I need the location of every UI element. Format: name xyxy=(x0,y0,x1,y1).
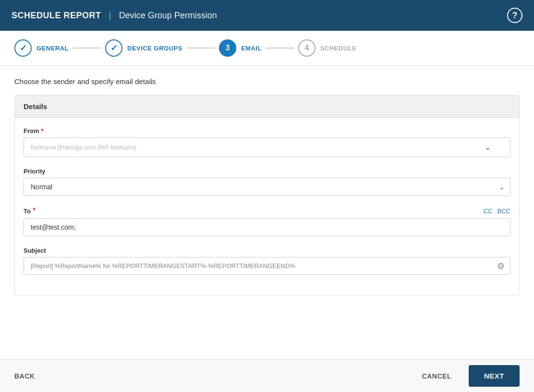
section-description: Choose the sender and specify email deta… xyxy=(14,77,520,86)
details-body: From * fredsaver@netriga.com (NR fredsai… xyxy=(15,118,519,295)
subject-group: Subject ⚙ xyxy=(24,247,510,275)
step-device-groups-circle: ✓ xyxy=(105,39,122,57)
step-general-label: GENERAL xyxy=(36,45,69,52)
to-input[interactable] xyxy=(24,218,510,236)
priority-select-wrapper: Normal Low High ⌄ xyxy=(24,178,510,196)
schedule-report-title: SCHEDULE REPORT xyxy=(12,11,101,21)
details-panel: Details From * fredsaver@netriga.com (NR… xyxy=(14,95,520,295)
step-email-circle: 3 xyxy=(219,39,236,57)
from-value: fredsaver@netriga.com (NR fredsaint) xyxy=(31,144,136,151)
subject-row: ⚙ xyxy=(24,257,510,275)
cancel-button[interactable]: CANCEL xyxy=(413,367,461,386)
priority-label: Priority xyxy=(24,168,510,175)
details-header: Details xyxy=(15,96,519,118)
connector-3 xyxy=(266,48,294,49)
bcc-link[interactable]: BCC xyxy=(498,208,510,215)
footer-right: CANCEL NEXT xyxy=(413,365,520,387)
from-group: From * fredsaver@netriga.com (NR fredsai… xyxy=(24,127,510,157)
step-email[interactable]: 3 EMAIL xyxy=(219,39,262,57)
connector-1 xyxy=(73,48,101,49)
to-label: To xyxy=(24,208,31,215)
to-required: * xyxy=(33,207,36,215)
steps-bar: ✓ GENERAL ✓ DEVICE GROUPS 3 EMAIL 4 SCHE… xyxy=(0,31,534,66)
cc-link[interactable]: CC xyxy=(484,208,493,215)
to-row: To * CC BCC xyxy=(24,207,510,215)
back-button[interactable]: BACK xyxy=(14,372,35,380)
help-icon[interactable]: ? xyxy=(507,8,522,23)
step-email-label: EMAIL xyxy=(241,45,262,52)
from-required: * xyxy=(41,127,44,135)
step-schedule-circle: 4 xyxy=(298,39,316,57)
header-divider: | xyxy=(109,10,111,21)
step-general[interactable]: ✓ GENERAL xyxy=(14,39,69,57)
next-button[interactable]: NEXT xyxy=(469,365,520,387)
step-general-circle: ✓ xyxy=(14,39,32,57)
subject-label: Subject xyxy=(24,247,510,254)
from-chevron-icon: ⌄ xyxy=(485,143,491,152)
from-label: From * xyxy=(24,127,510,135)
step-device-groups[interactable]: ✓ DEVICE GROUPS xyxy=(105,39,182,57)
step-schedule-label: SCHEDULE xyxy=(320,45,357,52)
priority-group: Priority Normal Low High ⌄ xyxy=(24,168,510,196)
cc-bcc-group: CC BCC xyxy=(484,208,510,215)
priority-select[interactable]: Normal Low High xyxy=(24,178,510,196)
step-device-groups-label: DEVICE GROUPS xyxy=(127,45,182,52)
connector-2 xyxy=(186,48,215,49)
settings-icon[interactable]: ⚙ xyxy=(497,261,505,271)
footer: BACK CANCEL NEXT xyxy=(0,359,534,392)
header-left: SCHEDULE REPORT | Device Group Permissio… xyxy=(12,10,217,21)
device-group-permission-title: Device Group Permission xyxy=(119,11,217,21)
header: SCHEDULE REPORT | Device Group Permissio… xyxy=(0,0,534,31)
to-label-group: To * xyxy=(24,207,36,215)
content-area: Choose the sender and specify email deta… xyxy=(0,66,534,359)
step-schedule[interactable]: 4 SCHEDULE xyxy=(298,39,357,57)
subject-input[interactable] xyxy=(24,257,510,275)
from-select[interactable]: fredsaver@netriga.com (NR fredsaint) ⌄ xyxy=(24,137,510,157)
to-group: To * CC BCC xyxy=(24,207,510,236)
